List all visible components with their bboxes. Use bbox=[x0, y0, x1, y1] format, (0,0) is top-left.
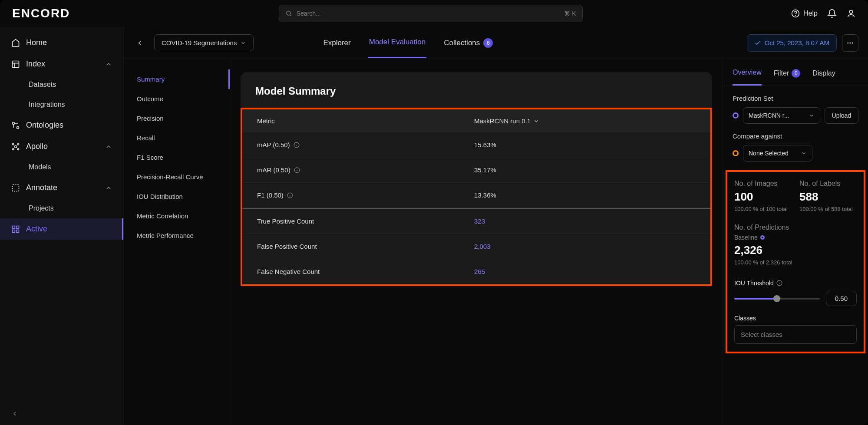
user-avatar-icon[interactable] bbox=[846, 9, 856, 18]
classes-label: Classes bbox=[734, 315, 756, 322]
upload-button[interactable]: Upload bbox=[825, 107, 858, 124]
compare-radio[interactable] bbox=[733, 150, 739, 156]
prediction-set-radio[interactable] bbox=[733, 112, 739, 119]
value-cell[interactable]: 265 bbox=[474, 268, 485, 275]
value-cell: 15.63% bbox=[474, 141, 496, 148]
nav-home[interactable]: Home bbox=[0, 32, 123, 53]
nav-active[interactable]: Active bbox=[0, 218, 123, 240]
help-button[interactable]: Help bbox=[791, 9, 818, 18]
model-summary-card: Model Summary Metric MaskRCNN run 0.1 mA… bbox=[241, 72, 712, 286]
info-icon[interactable] bbox=[776, 280, 782, 286]
sublist-pr-curve[interactable]: Precision-Recall Curve bbox=[124, 167, 230, 187]
rtab-display[interactable]: Display bbox=[812, 69, 835, 86]
svg-line-1 bbox=[290, 15, 291, 16]
filter-count-badge: 0 bbox=[792, 69, 800, 78]
tab-model-evaluation[interactable]: Model Evaluation bbox=[368, 27, 426, 58]
predictions-value: 2,326 bbox=[734, 244, 857, 257]
sublist-metric-corr[interactable]: Metric Correlation bbox=[124, 206, 230, 226]
compare-against-label: Compare against bbox=[733, 132, 858, 140]
info-icon[interactable] bbox=[287, 192, 293, 198]
metric-cell: F1 (0.50) bbox=[257, 191, 474, 199]
sublist-precision[interactable]: Precision bbox=[124, 109, 230, 128]
help-label: Help bbox=[803, 10, 818, 17]
brand-logo: ENCORD bbox=[12, 7, 70, 20]
sublist-f1[interactable]: F1 Score bbox=[124, 148, 230, 167]
iou-threshold-value[interactable]: 0.50 bbox=[826, 291, 857, 306]
nav-index-label: Index bbox=[26, 59, 45, 69]
back-button[interactable] bbox=[133, 36, 146, 49]
timestamp-selector[interactable]: Oct 25, 2023, 8:07 AM bbox=[747, 34, 837, 52]
classes-select[interactable]: Select classes bbox=[734, 325, 857, 344]
nav-ontologies[interactable]: Ontologies bbox=[0, 115, 123, 136]
prediction-set-label: Prediction Set bbox=[733, 95, 858, 102]
svg-point-10 bbox=[15, 145, 17, 148]
summary-table-highlight: Metric MaskRCNN run 0.1 mAP (0.50)15.63%… bbox=[241, 108, 712, 286]
images-sub: 100.00 % of 100 total bbox=[734, 205, 792, 213]
nav-datasets[interactable]: Datasets bbox=[0, 75, 123, 95]
table-row: False Negative Count265 bbox=[242, 259, 710, 284]
labels-value: 588 bbox=[799, 190, 857, 204]
labels-sub: 100.00 % of 588 total bbox=[799, 205, 857, 213]
col-model-select[interactable]: MaskRCNN run 0.1 bbox=[474, 117, 539, 125]
value-cell: 35.17% bbox=[474, 166, 496, 174]
table-row: True Positive Count323 bbox=[242, 208, 710, 234]
chevron-up-icon bbox=[105, 61, 112, 68]
nav-integrations[interactable]: Integrations bbox=[0, 95, 123, 115]
sublist-recall[interactable]: Recall bbox=[124, 128, 230, 148]
value-cell[interactable]: 323 bbox=[474, 217, 485, 225]
nav-active-label: Active bbox=[26, 224, 47, 234]
value-cell[interactable]: 2,003 bbox=[474, 243, 491, 250]
svg-point-22 bbox=[852, 42, 853, 43]
tab-collections[interactable]: Collections 6 bbox=[443, 27, 494, 58]
rtab-overview[interactable]: Overview bbox=[733, 69, 762, 86]
tab-explorer[interactable]: Explorer bbox=[322, 27, 351, 58]
svg-rect-18 bbox=[13, 230, 15, 232]
images-label: No. of Images bbox=[734, 180, 792, 188]
sublist-metric-perf[interactable]: Metric Performance bbox=[124, 226, 230, 245]
info-icon[interactable] bbox=[294, 167, 300, 173]
info-icon[interactable] bbox=[294, 142, 300, 148]
metric-cell: mAP (0.50) bbox=[257, 141, 474, 148]
sublist-summary[interactable]: Summary bbox=[124, 69, 230, 89]
chevron-down-icon bbox=[809, 112, 815, 119]
search-shortcut: ⌘ K bbox=[564, 10, 576, 17]
check-icon bbox=[754, 40, 761, 46]
global-search[interactable]: Search... ⌘ K bbox=[279, 5, 583, 22]
metric-cell: True Positive Count bbox=[257, 217, 474, 225]
prediction-set-select[interactable]: MaskRCNN r... bbox=[743, 107, 820, 124]
svg-point-3 bbox=[795, 15, 796, 15]
notifications-icon[interactable] bbox=[827, 9, 837, 18]
rtab-filter[interactable]: Filter 0 bbox=[774, 69, 801, 86]
metric-cell: False Positive Count bbox=[257, 243, 474, 250]
value-cell: 13.36% bbox=[474, 191, 496, 199]
more-options-button[interactable] bbox=[842, 34, 858, 52]
col-metric: Metric bbox=[257, 117, 474, 125]
project-selector[interactable]: COVID-19 Segmentations bbox=[154, 34, 254, 51]
svg-rect-5 bbox=[13, 61, 19, 67]
svg-rect-19 bbox=[17, 230, 19, 232]
svg-rect-15 bbox=[13, 184, 19, 191]
iou-threshold-label: IOU Threshold bbox=[734, 280, 774, 287]
baseline-indicator-icon bbox=[760, 235, 765, 240]
metric-cell: False Negative Count bbox=[257, 268, 474, 275]
chevron-down-icon bbox=[801, 150, 807, 156]
nav-index[interactable]: Index bbox=[0, 53, 123, 75]
nav-projects[interactable]: Projects bbox=[0, 198, 123, 218]
card-title: Model Summary bbox=[241, 85, 712, 108]
svg-point-0 bbox=[286, 11, 290, 15]
nav-apollo-label: Apollo bbox=[26, 142, 48, 151]
iou-threshold-slider[interactable] bbox=[734, 298, 820, 300]
svg-point-14 bbox=[17, 148, 19, 150]
table-row: mAP (0.50)15.63% bbox=[242, 132, 710, 158]
nav-apollo[interactable]: Apollo bbox=[0, 136, 123, 157]
chevron-down-icon bbox=[240, 40, 246, 46]
svg-point-21 bbox=[850, 42, 851, 43]
nav-models[interactable]: Models bbox=[0, 157, 123, 177]
sidebar-collapse-button[interactable] bbox=[0, 402, 123, 425]
compare-select[interactable]: None Selected bbox=[743, 145, 812, 161]
svg-point-12 bbox=[17, 143, 19, 145]
main-sidebar: Home Index Datasets Integrations Ontolog… bbox=[0, 27, 124, 425]
sublist-outcome[interactable]: Outcome bbox=[124, 89, 230, 109]
nav-annotate[interactable]: Annotate bbox=[0, 177, 123, 198]
sublist-iou-dist[interactable]: IOU Distribution bbox=[124, 187, 230, 206]
